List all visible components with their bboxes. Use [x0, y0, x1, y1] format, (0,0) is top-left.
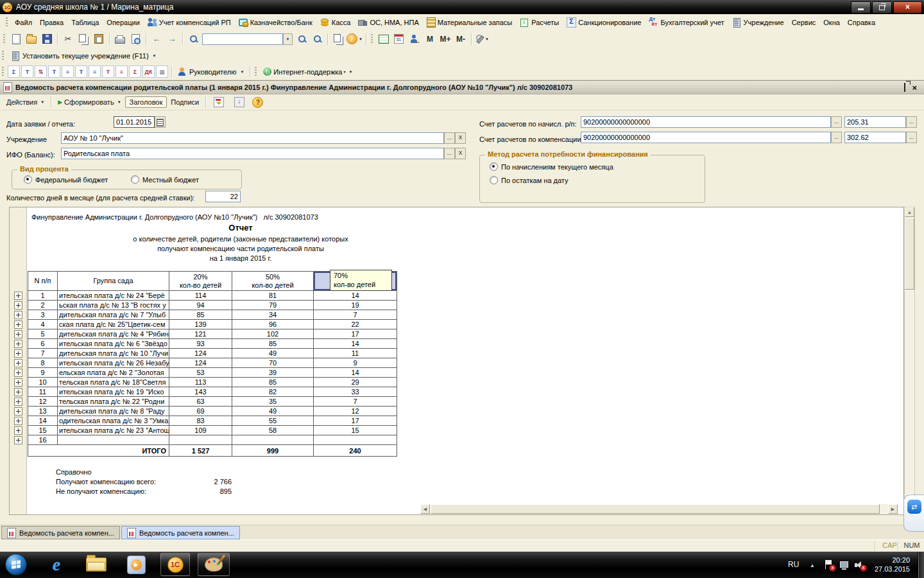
user-permissions-button[interactable] [407, 32, 422, 46]
cell-20pct[interactable]: 139 [169, 320, 232, 329]
paste-button[interactable] [92, 32, 106, 46]
cell-group[interactable]: дительская плата д/с № 4 "Рябин [58, 329, 169, 339]
cell-50pct[interactable]: 82 [232, 387, 314, 397]
vertical-scroll-thumb[interactable] [905, 218, 914, 290]
ifo-select-button[interactable]: ... [444, 148, 455, 159]
row-expand-button[interactable] [14, 407, 22, 416]
cell-20pct[interactable]: 114 [169, 291, 232, 301]
cell-50pct[interactable]: 35 [232, 397, 314, 407]
print-preview-button[interactable] [128, 32, 142, 46]
scroll-right-button[interactable]: ▶ [888, 504, 898, 514]
close-button[interactable]: × [893, 1, 922, 13]
row-expand-button[interactable] [14, 359, 22, 367]
cell-group[interactable]: одительская плата д/с № 3 "Умка [58, 416, 169, 426]
toolbar-grip[interactable] [2, 51, 4, 61]
cell-num[interactable]: 15 [28, 426, 58, 435]
row-expand-button[interactable] [14, 330, 22, 338]
scroll-left-button[interactable]: ◀ [420, 504, 430, 514]
header-toggle-button[interactable]: Заголовок [125, 96, 167, 108]
sheet-lines-icon[interactable]: ≡ [89, 66, 101, 78]
menu-item-9[interactable]: Расчеты [516, 16, 563, 29]
report-spreadsheet[interactable]: Финуправление Администрации г. Долгопруд… [9, 207, 904, 515]
row-expand-button[interactable] [14, 369, 22, 377]
file-explorer-button[interactable] [85, 555, 108, 574]
back-button[interactable]: ← [150, 32, 164, 46]
menu-item-0[interactable]: Файл [11, 17, 36, 28]
cell-group[interactable]: тельская плата д/с № 18"Светля [58, 378, 169, 387]
forward-button[interactable]: → [165, 32, 179, 46]
scroll-up-button[interactable]: ▲ [905, 207, 914, 217]
institution-select-button[interactable]: ... [444, 132, 455, 144]
info-button[interactable]: i▼ [346, 32, 363, 46]
network-icon[interactable] [839, 560, 850, 570]
cell-50pct[interactable]: 79 [232, 301, 314, 310]
col-header-20pct[interactable]: 20% кол-во детей [169, 272, 232, 291]
horizontal-scrollbar[interactable]: ◀ ▶ [420, 504, 898, 514]
cell-num[interactable]: 16 [28, 435, 58, 445]
restore-button[interactable] [872, 1, 892, 13]
institution-clear-button[interactable]: X [455, 132, 466, 144]
row-expand-button[interactable] [14, 311, 22, 319]
doc-restore-button[interactable] [904, 83, 905, 91]
total-70pct[interactable]: 240 [314, 445, 397, 457]
cell-20pct[interactable]: 113 [169, 378, 232, 387]
action-center-icon[interactable]: x [824, 560, 834, 570]
cell-20pct[interactable]: 63 [169, 397, 232, 407]
cell-num[interactable]: 1 [28, 291, 58, 301]
cell-70pct[interactable]: 11 [314, 349, 397, 358]
paint-taskbar-button[interactable] [198, 553, 230, 576]
cell-50pct[interactable]: 81 [232, 291, 314, 301]
start-button[interactable] [5, 554, 27, 575]
radio-balance-on-date[interactable]: По остаткам на дату [490, 176, 569, 184]
cells-icon[interactable]: ▦ [156, 66, 168, 78]
duplicate-button[interactable] [331, 32, 345, 46]
total-20pct[interactable]: 1 527 [169, 445, 232, 457]
total-50pct[interactable]: 999 [232, 445, 314, 457]
cell-20pct[interactable]: 121 [169, 329, 232, 339]
find-text-icon[interactable]: Т [48, 66, 60, 78]
media-player-button[interactable]: ▶ [124, 555, 148, 574]
menu-item-2[interactable]: Таблица [67, 17, 103, 28]
report-settings-button[interactable] [209, 95, 229, 109]
cell-20pct[interactable]: 83 [169, 416, 232, 426]
language-indicator[interactable]: RU [788, 560, 799, 569]
cell-50pct[interactable]: 34 [232, 310, 314, 320]
cell-group[interactable]: дительская плата д/с № 7 "Улыб [58, 310, 169, 320]
search-input[interactable] [202, 33, 283, 45]
toolbar-grip[interactable] [3, 34, 5, 44]
search-dropdown-button[interactable]: ▼ [283, 33, 293, 45]
date-input[interactable] [114, 116, 155, 128]
menu-item-11[interactable]: Бухгалтерский учет [645, 16, 728, 29]
account1-code-select-button[interactable]: ... [906, 116, 917, 128]
volume-muted-icon[interactable]: x [855, 560, 865, 570]
cell-group[interactable]: ительская плата д/с № 23 "Антош [58, 426, 169, 435]
memory-plus-button[interactable]: М+ [438, 32, 452, 46]
col-header-num[interactable]: N п/п [28, 272, 58, 291]
cell-70pct[interactable]: 15 [314, 426, 397, 435]
cell-group[interactable]: тельская плата д/с № 22 "Родни [58, 397, 169, 407]
service-settings-button[interactable]: ▼ [475, 32, 489, 46]
toolbar-grip[interactable] [255, 67, 257, 77]
clock[interactable]: 20:20 27.03.2015 [868, 556, 910, 574]
account1-select-button[interactable]: ... [831, 116, 842, 128]
search-button[interactable] [186, 32, 200, 46]
cell-20pct[interactable] [169, 435, 232, 445]
cell-70pct[interactable]: 14 [314, 291, 397, 301]
internet-explorer-button[interactable]: e [45, 555, 68, 574]
menu-item-3[interactable]: Операции [103, 17, 143, 28]
cut-button[interactable]: ✂ [61, 32, 75, 46]
cell-50pct[interactable]: 58 [232, 426, 314, 435]
total-label[interactable]: ИТОГО [28, 445, 169, 457]
cell-50pct[interactable]: 39 [232, 368, 314, 378]
teamviewer-panel[interactable]: ⇄ [903, 495, 924, 532]
cell-70pct[interactable]: 9 [314, 358, 397, 368]
table-settings-button[interactable] [377, 32, 391, 46]
cell-20pct[interactable]: 85 [169, 310, 232, 320]
cell-20pct[interactable]: 53 [169, 368, 232, 378]
text-grid-icon[interactable]: Т [21, 66, 33, 78]
row-expand-button[interactable] [14, 426, 22, 435]
cell-70pct[interactable]: 29 [314, 378, 397, 387]
manager-reports-button[interactable]: Руководителю ▼ [175, 66, 247, 78]
find-next-button[interactable] [310, 32, 324, 46]
cell-group[interactable]: ительская плата д/с № 24 "Берё [58, 291, 169, 301]
